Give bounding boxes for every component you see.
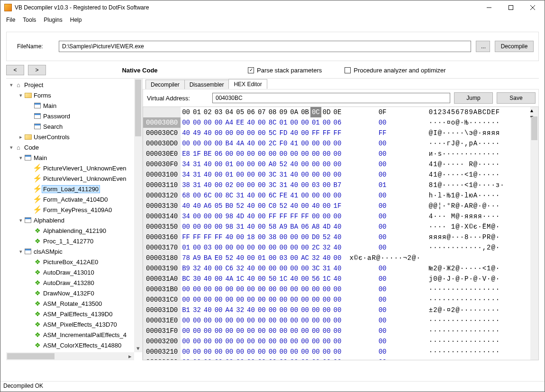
tree-node[interactable]: Search: [6, 121, 142, 132]
tree-node[interactable]: ❖ASM_PixelEffects_413D70: [6, 319, 142, 330]
hex-byte[interactable]: A6: [202, 201, 213, 211]
tree-node[interactable]: ⚡Form_Load_411290: [6, 184, 142, 194]
hex-byte[interactable]: 3C: [267, 169, 278, 180]
hex-byte[interactable]: 00: [213, 347, 224, 357]
tab-decompiler[interactable]: Decompiler: [145, 80, 185, 89]
hex-byte[interactable]: 00: [300, 357, 310, 360]
hex-byte[interactable]: 00: [321, 294, 332, 305]
hex-byte[interactable]: 01: [224, 169, 235, 180]
hex-byte[interactable]: 00: [321, 211, 332, 222]
hex-byte[interactable]: 00: [321, 284, 332, 294]
hex-byte[interactable]: 00: [235, 149, 245, 159]
hex-byte[interactable]: 31: [278, 169, 289, 180]
hex-byte[interactable]: 30: [191, 274, 202, 284]
hex-scrollbar-vertical[interactable]: ▴▾: [530, 107, 538, 360]
hex-byte[interactable]: 00: [256, 138, 267, 149]
hex-byte[interactable]: 00: [181, 117, 191, 128]
hex-byte[interactable]: C6: [224, 263, 235, 274]
hex-byte[interactable]: BE: [202, 149, 213, 159]
hex-byte[interactable]: 00: [245, 169, 256, 180]
menu-plugins[interactable]: Plugins: [40, 16, 66, 24]
hex-byte[interactable]: 00: [321, 169, 332, 180]
hex-byte[interactable]: 00: [245, 326, 256, 336]
hex-byte[interactable]: 00: [321, 201, 332, 211]
hex-byte[interactable]: E8: [181, 149, 191, 159]
hex-byte[interactable]: 40: [289, 274, 300, 284]
hex-byte[interactable]: 40: [181, 128, 191, 138]
tree-node[interactable]: ⚡Form_Activate_4104D0: [6, 194, 142, 205]
hex-byte[interactable]: 00: [300, 149, 310, 159]
expander-icon[interactable]: ▸: [18, 134, 24, 140]
hex-col-header[interactable]: 00: [181, 107, 191, 117]
procedure-analyzer-checkbox[interactable]: Procedure analyzer and optimizer: [345, 67, 445, 74]
hex-col-header[interactable]: 0D: [321, 107, 332, 117]
hex-byte[interactable]: 00: [267, 305, 278, 315]
tree-node[interactable]: ▸UserControls: [6, 132, 142, 142]
hex-address[interactable]: 00003220: [143, 357, 181, 360]
hex-byte[interactable]: 32: [191, 305, 202, 315]
hex-byte[interactable]: 00: [278, 294, 289, 305]
tree-node[interactable]: ❖ASM_ColorXEffects_414880: [6, 340, 142, 350]
hex-byte[interactable]: 00: [300, 315, 310, 326]
hex-byte[interactable]: 00: [300, 294, 310, 305]
hex-byte[interactable]: 00: [191, 190, 202, 201]
hex-byte[interactable]: B7: [332, 180, 343, 190]
hex-byte[interactable]: 00: [202, 138, 213, 149]
hex-byte[interactable]: 00: [202, 357, 213, 360]
hex-byte[interactable]: 00: [235, 128, 245, 138]
hex-byte[interactable]: B1: [181, 305, 191, 315]
hex-byte[interactable]: 00: [202, 326, 213, 336]
tree-node[interactable]: ❖DrawNow_4132F0: [6, 288, 142, 298]
hex-byte[interactable]: 40: [289, 159, 300, 169]
hex-byte[interactable]: 00: [289, 315, 300, 326]
hex-byte[interactable]: 00: [289, 117, 300, 128]
hex-byte[interactable]: 00: [256, 336, 267, 347]
hex-byte[interactable]: 00: [332, 149, 343, 159]
hex-byte[interactable]: 00: [343, 347, 422, 357]
parse-stack-checkbox[interactable]: ✓ Parse stack parameters: [248, 67, 322, 74]
hex-byte[interactable]: 00: [332, 326, 343, 336]
hex-byte[interactable]: 00: [300, 169, 310, 180]
hex-byte[interactable]: 00: [321, 315, 332, 326]
hex-byte[interactable]: C0: [267, 201, 278, 211]
hex-byte[interactable]: 00: [191, 326, 202, 336]
hex-byte[interactable]: 68: [181, 190, 191, 201]
hex-byte[interactable]: 1C: [235, 274, 245, 284]
hex-byte[interactable]: 00: [278, 232, 289, 242]
hex-byte[interactable]: 01: [256, 253, 267, 263]
hex-byte[interactable]: 6C: [202, 190, 213, 201]
hex-byte[interactable]: 00: [321, 190, 332, 201]
hex-byte[interactable]: 00: [267, 294, 278, 305]
expander-icon[interactable]: ▾: [18, 249, 24, 255]
hex-byte[interactable]: 00: [310, 357, 321, 360]
hex-byte[interactable]: 00: [235, 232, 245, 242]
hex-address[interactable]: 00003160: [143, 232, 181, 242]
hex-byte[interactable]: 00: [191, 357, 202, 360]
hex-byte[interactable]: 6C: [267, 190, 278, 201]
hex-byte[interactable]: 00: [191, 138, 202, 149]
hex-byte[interactable]: B4: [224, 138, 235, 149]
hex-byte[interactable]: 40: [245, 138, 256, 149]
hex-byte[interactable]: FF: [321, 128, 332, 138]
hex-col-header[interactable]: 07: [256, 107, 267, 117]
hex-byte[interactable]: 00: [321, 138, 332, 149]
hex-byte[interactable]: 31: [191, 180, 202, 190]
hex-byte[interactable]: 00: [235, 294, 245, 305]
hex-byte[interactable]: 00: [256, 263, 267, 274]
hex-byte[interactable]: 00: [213, 357, 224, 360]
hex-byte[interactable]: 40: [245, 190, 256, 201]
hex-byte[interactable]: 00: [256, 305, 267, 315]
hex-address[interactable]: 00003200: [143, 336, 181, 347]
hex-byte[interactable]: 00: [300, 201, 310, 211]
hex-byte[interactable]: 18: [245, 232, 256, 242]
hex-byte[interactable]: 00: [213, 138, 224, 149]
minimize-button[interactable]: [478, 0, 500, 15]
hex-byte[interactable]: 00: [321, 180, 332, 190]
hex-byte[interactable]: 40: [245, 274, 256, 284]
hex-byte[interactable]: 00: [245, 284, 256, 294]
hex-byte[interactable]: 00: [289, 347, 300, 357]
tree-node[interactable]: Password: [6, 111, 142, 121]
hex-byte[interactable]: 00: [278, 326, 289, 336]
hex-ascii[interactable]: @@¦·°R@·АR@·@···: [422, 201, 506, 211]
hex-byte[interactable]: 00: [256, 274, 267, 284]
